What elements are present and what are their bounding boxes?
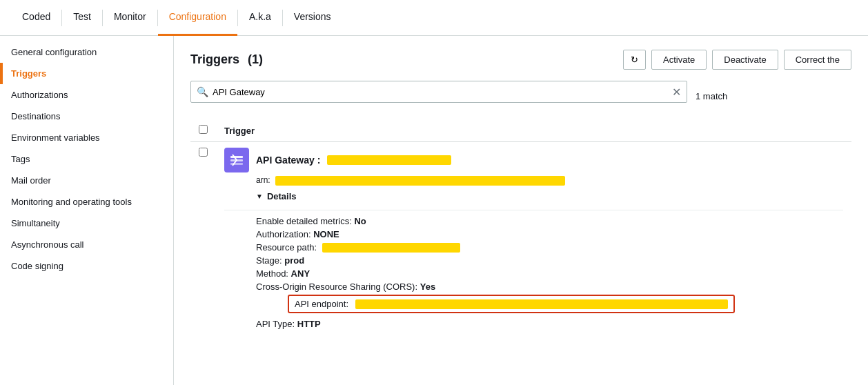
triggers-header: Triggers (1) ↻ Activate Deactivate Corre… xyxy=(190,50,851,70)
search-bar: 🔍 ✕ xyxy=(190,81,687,103)
sidebar-item-simultaneity[interactable]: Simultaneity xyxy=(0,213,173,234)
sidebar-label-mail-order: Mail order xyxy=(11,175,51,186)
detail-row-cors: Cross-Origin Resource Sharing (CORS): Ye… xyxy=(256,282,843,292)
api-type-value: HTTP xyxy=(297,319,321,329)
triggers-actions: ↻ Activate Deactivate Correct the xyxy=(623,50,851,70)
detail-row-metrics: Enable detailed metrics: No xyxy=(256,216,843,226)
search-match-count: 1 match xyxy=(696,91,727,101)
stage-label: Stage: xyxy=(256,255,282,266)
metrics-value: No xyxy=(354,216,366,226)
authorization-label: Authorization: xyxy=(256,229,311,239)
search-input[interactable] xyxy=(208,87,672,97)
sidebar-item-authorizations[interactable]: Authorizations xyxy=(0,84,173,106)
method-label: Method: xyxy=(256,268,288,279)
details-arrow-icon: ▼ xyxy=(256,192,263,200)
sidebar-item-tags[interactable]: Tags xyxy=(0,148,173,170)
sidebar-label-authorizations: Authorizations xyxy=(11,90,68,100)
api-endpoint-value-redacted xyxy=(355,299,728,309)
api-endpoint-row: API endpoint: xyxy=(288,295,735,313)
method-value: ANY xyxy=(291,268,310,279)
correct-button[interactable]: Correct the xyxy=(784,50,851,70)
sidebar-label-env-vars: Environment variables xyxy=(11,132,100,143)
sidebar-item-monitoring-tools[interactable]: Monitoring and operating tools xyxy=(0,191,173,213)
arn-label: arn: xyxy=(256,175,270,185)
clear-search-icon[interactable]: ✕ xyxy=(672,86,681,99)
metrics-label: Enable detailed metrics: xyxy=(256,216,352,226)
sidebar-item-code-signing[interactable]: Code signing xyxy=(0,255,173,277)
content-area: Triggers (1) ↻ Activate Deactivate Corre… xyxy=(174,36,868,385)
tab-aka[interactable]: A.k.a xyxy=(238,0,282,36)
trigger-row-checkbox[interactable] xyxy=(199,148,208,157)
svg-rect-2 xyxy=(230,163,243,165)
detail-row-resource-path: Resource path: xyxy=(256,242,843,253)
trigger-cell: API Gateway : arn: ▼ Details xyxy=(216,142,851,338)
authorization-value: NONE xyxy=(313,229,339,239)
api-gateway-icon xyxy=(224,148,249,172)
select-all-checkbox[interactable] xyxy=(199,125,208,134)
detail-row-api-type: API Type: HTTP xyxy=(256,319,843,329)
triggers-table: Trigger xyxy=(190,119,851,337)
cors-value: Yes xyxy=(420,282,435,292)
sidebar-label-tags: Tags xyxy=(11,154,30,164)
api-gateway-name-redacted xyxy=(327,155,451,165)
stage-value: prod xyxy=(284,255,304,266)
svg-rect-0 xyxy=(230,156,243,158)
activate-button[interactable]: Activate xyxy=(651,50,707,70)
sidebar-item-destinations[interactable]: Destinations xyxy=(0,106,173,127)
api-gateway-header: API Gateway : xyxy=(224,148,843,172)
sidebar-item-triggers[interactable]: Triggers xyxy=(0,63,173,84)
sidebar-item-async-call[interactable]: Asynchronous call xyxy=(0,234,173,255)
resource-path-label: Resource path: xyxy=(256,242,317,253)
main-layout: General configuration Triggers Authoriza… xyxy=(0,36,868,385)
top-navigation: Coded Test Monitor Configuration A.k.a V… xyxy=(0,0,868,36)
sidebar-label-simultaneity: Simultaneity xyxy=(11,218,60,228)
api-gateway-arn: arn: xyxy=(256,175,843,186)
sidebar-item-mail-order[interactable]: Mail order xyxy=(0,170,173,191)
details-toggle[interactable]: ▼ Details xyxy=(256,191,843,201)
sidebar-label-destinations: Destinations xyxy=(11,111,61,121)
sidebar-label-code-signing: Code signing xyxy=(11,261,63,271)
tab-versions[interactable]: Versions xyxy=(283,0,342,36)
detail-row-stage: Stage: prod xyxy=(256,255,843,266)
arn-value-redacted xyxy=(275,176,565,186)
detail-row-method: Method: ANY xyxy=(256,268,843,279)
table-row: API Gateway : arn: ▼ Details xyxy=(190,142,851,338)
sidebar-label-async: Asynchronous call xyxy=(11,239,84,250)
resource-path-redacted xyxy=(322,243,460,253)
tab-configuration[interactable]: Configuration xyxy=(158,0,237,36)
search-icon: 🔍 xyxy=(197,86,208,97)
api-type-label: API Type: xyxy=(256,319,295,329)
sidebar-label-general: General configuration xyxy=(11,47,97,57)
trigger-col-header: Trigger xyxy=(216,119,851,142)
refresh-button[interactable]: ↻ xyxy=(623,50,646,70)
triggers-count: (1) xyxy=(248,52,263,67)
api-endpoint-label: API endpoint: xyxy=(295,299,348,309)
sidebar-item-environment-variables[interactable]: Environment variables xyxy=(0,127,173,148)
deactivate-button[interactable]: Deactivate xyxy=(712,50,778,70)
tab-test[interactable]: Test xyxy=(62,0,102,36)
sidebar: General configuration Triggers Authoriza… xyxy=(0,36,174,385)
triggers-title: Triggers xyxy=(190,52,239,67)
api-gateway-name: API Gateway : xyxy=(256,155,320,166)
details-label: Details xyxy=(267,191,297,201)
tab-monitor[interactable]: Monitor xyxy=(103,0,157,36)
details-separator xyxy=(224,210,843,210)
detail-row-authorization: Authorization: NONE xyxy=(256,229,843,239)
sidebar-item-general-configuration[interactable]: General configuration xyxy=(0,41,173,63)
sidebar-label-triggers: Triggers xyxy=(11,68,46,79)
refresh-icon: ↻ xyxy=(631,55,638,65)
cors-label: Cross-Origin Resource Sharing (CORS): xyxy=(256,282,417,292)
tab-coded[interactable]: Coded xyxy=(11,0,61,36)
sidebar-label-monitoring: Monitoring and operating tools xyxy=(11,197,132,207)
